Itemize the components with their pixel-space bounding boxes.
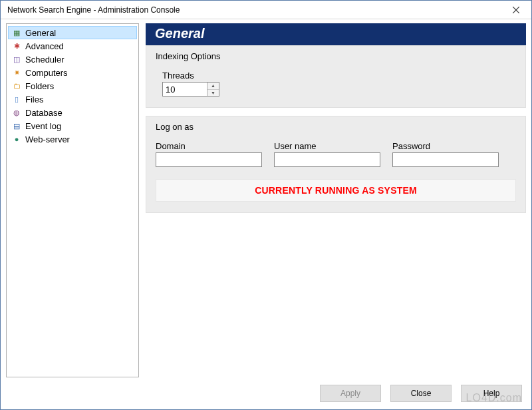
sidebar-item-label: Database [25, 108, 63, 118]
body: ▦ General ✱ Advanced ◫ Scheduler ✷ Compu… [1, 19, 531, 377]
threads-decrement-button[interactable]: ▼ [207, 90, 219, 97]
sidebar-item-label: Files [25, 95, 43, 104]
sidebar-item-label: Computers [25, 68, 68, 78]
window: Network Search Engine - Administration C… [0, 0, 532, 410]
indexing-options-group: Indexing Options Threads ▲ ▼ [146, 45, 526, 108]
apply-button[interactable]: Apply [320, 385, 381, 402]
webserver-icon: ● [12, 134, 21, 144]
sidebar-item-label: Scheduler [25, 55, 65, 65]
main-panel: General Indexing Options Threads ▲ ▼ Log… [146, 23, 526, 377]
close-button[interactable]: Close [390, 385, 452, 402]
sidebar-item-label: General [25, 28, 56, 38]
threads-spinner[interactable]: ▲ ▼ [162, 82, 219, 97]
sidebar-item-label: Web-server [25, 134, 70, 144]
password-input[interactable] [392, 152, 499, 167]
sidebar-item-database[interactable]: ◍ Database [8, 106, 137, 119]
sidebar-item-eventlog[interactable]: ▤ Event log [8, 119, 137, 132]
sidebar-item-label: Folders [25, 81, 54, 91]
threads-label: Threads [162, 71, 516, 81]
logon-status-banner: CURRENTLY RUNNING AS SYSTEM [156, 179, 516, 202]
indexing-group-title: Indexing Options [156, 51, 516, 61]
sidebar-item-folders[interactable]: 🗀 Folders [8, 79, 137, 93]
domain-label: Domain [156, 141, 262, 151]
sidebar: ▦ General ✱ Advanced ◫ Scheduler ✷ Compu… [6, 23, 139, 377]
sidebar-item-general[interactable]: ▦ General [8, 26, 137, 39]
sidebar-item-advanced[interactable]: ✱ Advanced [8, 39, 137, 53]
sidebar-item-label: Advanced [25, 41, 64, 51]
logon-group: Log on as Domain User name Password [146, 116, 526, 213]
close-window-button[interactable] [506, 3, 526, 17]
sidebar-item-scheduler[interactable]: ◫ Scheduler [8, 53, 137, 66]
close-icon [513, 7, 519, 13]
username-input[interactable] [274, 152, 380, 167]
general-icon: ▦ [12, 28, 21, 37]
folders-icon: 🗀 [12, 81, 21, 91]
threads-input[interactable] [163, 83, 207, 96]
password-label: Password [392, 141, 499, 151]
footer: Apply Close Help [1, 377, 531, 409]
help-button[interactable]: Help [461, 385, 522, 402]
sidebar-item-label: Event log [25, 121, 61, 131]
titlebar: Network Search Engine - Administration C… [1, 1, 531, 19]
scheduler-icon: ◫ [12, 55, 21, 64]
threads-increment-button[interactable]: ▲ [207, 83, 219, 90]
sidebar-item-computers[interactable]: ✷ Computers [8, 66, 137, 79]
files-icon: ▯ [12, 95, 21, 104]
database-icon: ◍ [12, 108, 21, 117]
domain-input[interactable] [156, 152, 262, 167]
logon-group-title: Log on as [156, 122, 516, 132]
eventlog-icon: ▤ [12, 121, 21, 130]
window-title: Network Search Engine - Administration C… [7, 5, 180, 15]
advanced-icon: ✱ [12, 41, 21, 51]
page-title: General [146, 23, 526, 45]
username-label: User name [274, 141, 380, 151]
computers-icon: ✷ [12, 68, 21, 77]
sidebar-item-webserver[interactable]: ● Web-server [8, 132, 137, 146]
sidebar-item-files[interactable]: ▯ Files [8, 93, 137, 106]
